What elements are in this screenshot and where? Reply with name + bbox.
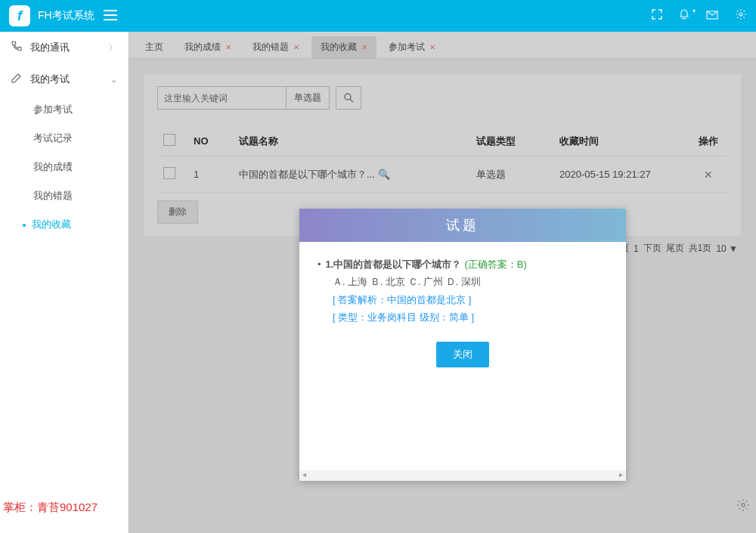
svg-point-3: [742, 504, 745, 507]
question-meta: [ 类型：业务岗科目 级别：简单 ]: [333, 308, 608, 326]
chevron-down-icon: ⌄: [110, 75, 117, 85]
sidebar: 我的通讯 〉 我的考试 ⌄ 参加考试 考试记录 我的成绩 我的错题 我的收藏: [0, 32, 129, 533]
app-title: FH考试系统: [38, 9, 94, 23]
question-title: 中国的首都是以下哪个城市？: [333, 256, 461, 273]
settings-float-icon[interactable]: [736, 498, 750, 515]
bullet-icon: •: [318, 256, 321, 273]
modal-body: • 1. 中国的首都是以下哪个城市？ (正确答案：B) Ａ. 上海 Ｂ. 北京 …: [299, 242, 626, 470]
scroll-bar[interactable]: ◂▸: [299, 470, 626, 481]
sidebar-sub-scores[interactable]: 我的成绩: [0, 153, 128, 181]
sidebar-sub-exam-log[interactable]: 考试记录: [0, 124, 128, 153]
modal-title: 试题: [299, 209, 626, 242]
sidebar-label: 我的考试: [30, 73, 70, 86]
answer-analysis: [ 答案解析：中国的首都是北京 ]: [333, 291, 608, 308]
question-modal: 试题 • 1. 中国的首都是以下哪个城市？ (正确答案：B) Ａ. 上海 Ｂ. …: [299, 209, 626, 481]
phone-icon: [11, 41, 24, 54]
fullscreen-icon[interactable]: [652, 9, 662, 23]
question-options: Ａ. 上海 Ｂ. 北京 Ｃ. 广州 Ｄ. 深圳: [333, 273, 608, 290]
close-button[interactable]: 关闭: [436, 342, 489, 367]
chevron-right-icon: 〉: [109, 42, 117, 54]
correct-answer: (正确答案：B): [464, 256, 526, 273]
sidebar-sub-take-exam[interactable]: 参加考试: [0, 95, 128, 124]
sidebar-label: 我的通讯: [30, 41, 70, 54]
bell-icon[interactable]: ▾: [679, 9, 689, 23]
sidebar-item-exam[interactable]: 我的考试 ⌄: [0, 64, 128, 95]
menu-toggle-icon[interactable]: [104, 8, 117, 24]
pencil-icon: [11, 73, 24, 86]
sidebar-item-contacts[interactable]: 我的通讯 〉: [0, 32, 128, 64]
gear-icon[interactable]: [735, 8, 747, 23]
mail-icon[interactable]: [706, 9, 718, 23]
sidebar-sub-wrong[interactable]: 我的错题: [0, 181, 128, 210]
footer-note: 掌柜：青苔901027: [3, 500, 98, 515]
svg-point-1: [739, 13, 742, 16]
app-logo: f: [9, 5, 30, 26]
sidebar-sub-favorites[interactable]: 我的收藏: [0, 210, 128, 239]
question-number: 1.: [326, 256, 334, 273]
topbar: f FH考试系统 ▾: [0, 0, 756, 32]
